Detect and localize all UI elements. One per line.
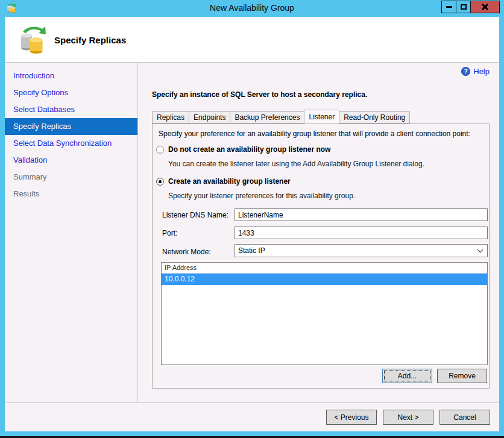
ip-address-list[interactable]: IP Address 10.0.0.12: [161, 262, 488, 365]
help-question-icon: ?: [461, 67, 470, 76]
network-mode-label: Network Mode:: [162, 248, 211, 256]
replica-wizard-icon: [17, 23, 49, 56]
page-title: Specify Replicas: [54, 35, 126, 45]
minimize-button[interactable]: [441, 1, 456, 13]
radio-create-listener[interactable]: [156, 178, 164, 186]
add-button[interactable]: Add...: [382, 369, 432, 383]
previous-button[interactable]: < Previous: [326, 410, 377, 425]
help-label: Help: [473, 67, 490, 76]
sidebar-item-results: Results: [5, 186, 137, 202]
sidebar-item-specify-replicas[interactable]: Specify Replicas: [5, 118, 137, 135]
sidebar-item-summary: Summary: [5, 169, 137, 186]
wizard-footer: < Previous Next > Cancel: [5, 402, 499, 431]
minimize-icon: [446, 6, 452, 8]
listener-tab-panel: Specify your preference for an availabil…: [152, 124, 490, 389]
create-listener-description: Specify your listener preferences for th…: [168, 192, 355, 200]
sidebar-item-validation[interactable]: Validation: [5, 152, 137, 169]
radio-no-listener[interactable]: [156, 146, 164, 154]
sidebar-item-introduction[interactable]: Introduction: [5, 67, 137, 84]
wizard-steps-sidebar: Introduction Specify Options Select Data…: [5, 63, 138, 402]
tab-replicas[interactable]: Replicas: [152, 111, 189, 124]
dns-name-input[interactable]: [235, 208, 488, 221]
tab-read-only-routing[interactable]: Read-Only Routing: [339, 111, 410, 124]
ip-address-column-header: IP Address: [162, 263, 487, 274]
sidebar-item-specify-options[interactable]: Specify Options: [5, 84, 137, 101]
footer-buttons: < Previous Next > Cancel: [326, 410, 490, 425]
network-mode-value: Static IP: [238, 246, 265, 255]
port-input[interactable]: [235, 227, 488, 239]
sidebar-item-select-data-synchronization[interactable]: Select Data Synchronization: [5, 135, 137, 152]
dns-name-label: Listener DNS Name:: [162, 211, 228, 219]
window-controls: [441, 1, 500, 13]
instruction-text: Specify an instance of SQL Server to hos…: [152, 90, 367, 99]
tab-backup-preferences[interactable]: Backup Preferences: [230, 111, 304, 124]
window-title: New Availability Group: [0, 3, 504, 13]
wizard-header: Specify Replicas: [5, 17, 499, 63]
maximize-button[interactable]: [456, 1, 470, 13]
dialog-surface: Specify Replicas Introduction Specify Op…: [5, 17, 499, 431]
close-button[interactable]: [470, 1, 500, 13]
remove-button[interactable]: Remove: [437, 369, 487, 383]
radio-create-listener-label[interactable]: Create an availability group listener: [168, 177, 291, 186]
new-availability-group-window: New Availability Group Specify Replicas …: [0, 0, 504, 438]
radio-no-listener-label[interactable]: Do not create an availability group list…: [168, 145, 330, 154]
tab-listener[interactable]: Listener: [304, 110, 339, 124]
no-listener-description: You can create the listener later using …: [168, 160, 424, 168]
next-button[interactable]: Next >: [383, 410, 433, 425]
titlebar[interactable]: New Availability Group: [0, 0, 504, 17]
help-link[interactable]: ? Help: [461, 67, 490, 76]
ip-address-row[interactable]: 10.0.0.12: [162, 274, 487, 285]
cancel-button[interactable]: Cancel: [439, 410, 490, 425]
network-mode-dropdown[interactable]: Static IP: [235, 244, 488, 257]
replica-tabs: Replicas Endpoints Backup Preferences Li…: [152, 111, 410, 124]
maximize-icon: [461, 4, 467, 10]
close-icon: [481, 3, 489, 11]
chevron-down-icon: [477, 247, 484, 253]
tab-endpoints[interactable]: Endpoints: [189, 111, 230, 124]
port-label: Port:: [162, 229, 177, 237]
sidebar-item-select-databases[interactable]: Select Databases: [5, 101, 137, 118]
wizard-content: ? Help Specify an instance of SQL Server…: [139, 63, 499, 402]
listener-preference-text: Specify your preference for an availabil…: [159, 130, 470, 138]
